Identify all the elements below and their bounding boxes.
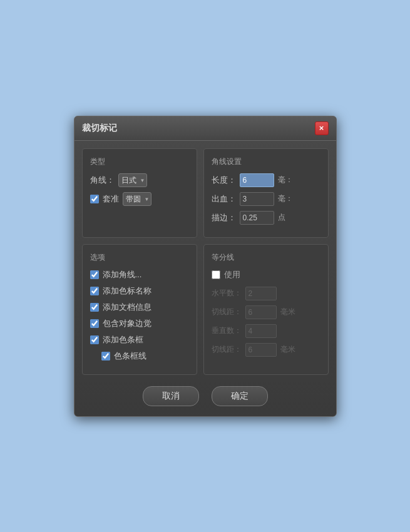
- options-panel: 选项 添加角线... 添加色标名称 添加文档信息 包含对象边觉: [82, 244, 197, 375]
- options-panel-title: 选项: [90, 252, 189, 263]
- bleed-row: 出血： 毫：: [212, 192, 320, 206]
- bleed-label: 出血：: [212, 193, 236, 205]
- h-cutline-row: 切线距： 毫米: [212, 305, 320, 319]
- use-checkbox[interactable]: [212, 270, 220, 279]
- option-label-3: 包含对象边觉: [103, 318, 151, 329]
- cancel-button[interactable]: 取消: [143, 386, 199, 406]
- button-row: 取消 确定: [82, 381, 329, 409]
- h-cutline-label: 切线距：: [212, 307, 242, 317]
- h-cutline-unit: 毫米: [280, 307, 295, 317]
- bottom-row: 选项 添加角线... 添加色标名称 添加文档信息 包含对象边觉: [82, 244, 329, 375]
- option-checkbox-5[interactable]: [101, 352, 110, 361]
- option-row-4: 添加色条框: [90, 334, 189, 345]
- vertical-label: 垂直数：: [212, 325, 242, 336]
- divlines-panel: 等分线 使用 水平数： 切线距： 毫米 垂直数：: [203, 244, 329, 375]
- v-cutline-row: 切线距： 毫米: [212, 343, 320, 357]
- vertical-input[interactable]: [245, 324, 277, 338]
- v-cutline-label: 切线距：: [212, 344, 242, 355]
- option-label-1: 添加色标名称: [103, 285, 151, 297]
- corner-row: 角线： 日式 欧式: [90, 173, 189, 187]
- crop-marks-dialog: 裁切标记 × 类型 角线： 日式 欧式 套准: [74, 116, 337, 417]
- stroke-row: 描边： 点: [212, 211, 320, 225]
- option-label-5: 色条框线: [114, 350, 146, 362]
- type-panel-title: 类型: [90, 156, 189, 167]
- corner-settings-panel: 角线设置 长度： 毫： 出血： 毫： 描边： 点: [203, 148, 329, 238]
- corner-select[interactable]: 日式 欧式: [118, 173, 147, 187]
- registration-label: 套准: [103, 193, 119, 205]
- stroke-label: 描边：: [212, 212, 236, 223]
- option-row-2: 添加文档信息: [90, 302, 189, 313]
- registration-style-select[interactable]: 带圆 标准: [123, 192, 151, 206]
- option-label-0: 添加角线...: [103, 269, 142, 280]
- top-row: 类型 角线： 日式 欧式 套准 带圆: [82, 148, 329, 238]
- length-label: 长度：: [212, 175, 236, 186]
- dialog-title: 裁切标记: [82, 123, 117, 134]
- title-bar: 裁切标记 ×: [74, 116, 336, 141]
- v-cutline-unit: 毫米: [280, 344, 295, 355]
- use-label: 使用: [224, 269, 240, 280]
- option-checkbox-2[interactable]: [90, 303, 99, 312]
- vertical-row: 垂直数：: [212, 324, 320, 338]
- option-row-3: 包含对象边觉: [90, 318, 189, 329]
- registration-row: 套准 带圆 标准: [90, 192, 189, 206]
- registration-style-wrapper[interactable]: 带圆 标准: [123, 192, 151, 206]
- registration-checkbox[interactable]: [90, 195, 99, 203]
- length-unit: 毫：: [278, 175, 293, 185]
- dialog-body: 类型 角线： 日式 欧式 套准 带圆: [74, 141, 336, 416]
- v-cutline-input[interactable]: [245, 343, 277, 357]
- option-checkbox-4[interactable]: [90, 335, 99, 344]
- type-panel: 类型 角线： 日式 欧式 套准 带圆: [82, 148, 197, 238]
- option-checkbox-3[interactable]: [90, 319, 99, 328]
- use-row: 使用: [212, 269, 320, 280]
- close-button[interactable]: ×: [315, 121, 329, 135]
- stroke-unit: 点: [278, 212, 285, 223]
- bleed-input[interactable]: [240, 192, 274, 206]
- horizontal-label: 水平数：: [212, 288, 242, 299]
- option-checkbox-0[interactable]: [90, 270, 99, 279]
- length-row: 长度： 毫：: [212, 173, 320, 187]
- corner-select-wrapper[interactable]: 日式 欧式: [118, 173, 147, 187]
- corner-label: 角线：: [90, 175, 115, 186]
- stroke-input[interactable]: [240, 211, 274, 225]
- divlines-panel-title: 等分线: [212, 252, 320, 263]
- option-label-4: 添加色条框: [103, 334, 143, 345]
- bleed-unit: 毫：: [278, 193, 293, 204]
- ok-button[interactable]: 确定: [212, 386, 268, 406]
- option-row-5: 色条框线: [101, 350, 189, 362]
- option-row-0: 添加角线...: [90, 269, 189, 280]
- option-label-2: 添加文档信息: [103, 302, 151, 313]
- horizontal-input[interactable]: [245, 287, 277, 300]
- h-cutline-input[interactable]: [245, 305, 277, 319]
- option-row-1: 添加色标名称: [90, 285, 189, 297]
- horizontal-row: 水平数：: [212, 287, 320, 300]
- corner-settings-title: 角线设置: [212, 156, 320, 167]
- option-checkbox-1[interactable]: [90, 287, 99, 295]
- length-input[interactable]: [240, 173, 274, 187]
